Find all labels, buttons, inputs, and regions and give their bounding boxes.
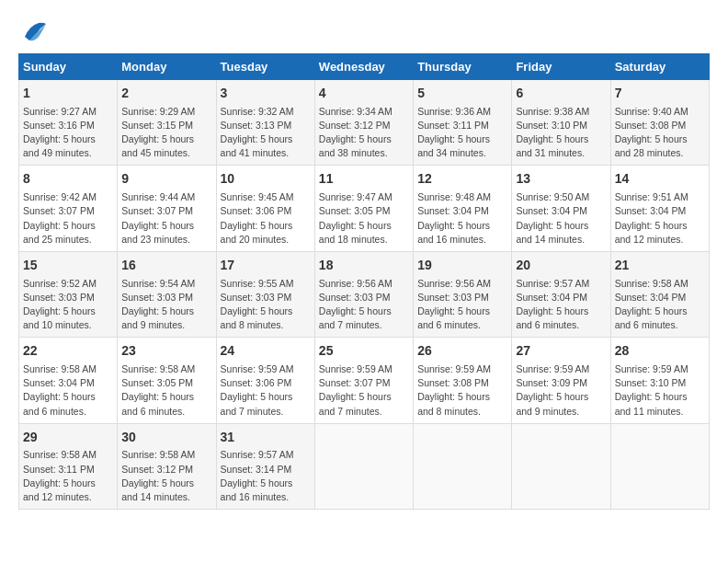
weekday-header-row: SundayMondayTuesdayWednesdayThursdayFrid… bbox=[19, 54, 710, 80]
day-info: Sunrise: 9:59 AMSunset: 3:08 PMDaylight:… bbox=[417, 362, 507, 419]
day-info: Sunrise: 9:45 AMSunset: 3:06 PMDaylight:… bbox=[221, 190, 311, 247]
calendar-cell: 17Sunrise: 9:55 AMSunset: 3:03 PMDayligh… bbox=[216, 251, 314, 337]
day-number: 5 bbox=[417, 85, 507, 103]
day-number: 13 bbox=[516, 170, 606, 189]
day-info: Sunrise: 9:34 AMSunset: 3:12 PMDaylight:… bbox=[319, 105, 409, 161]
calendar-cell: 23Sunrise: 9:58 AMSunset: 3:05 PMDayligh… bbox=[118, 338, 216, 423]
day-number: 1 bbox=[23, 85, 113, 103]
day-number: 30 bbox=[121, 429, 211, 447]
day-info: Sunrise: 9:56 AMSunset: 3:03 PMDaylight:… bbox=[417, 277, 507, 333]
day-number: 23 bbox=[121, 342, 211, 361]
calendar-cell: 11Sunrise: 9:47 AMSunset: 3:05 PMDayligh… bbox=[314, 166, 413, 251]
calendar-table: SundayMondayTuesdayWednesdayThursdayFrid… bbox=[18, 53, 710, 510]
day-number: 2 bbox=[121, 85, 211, 103]
calendar-cell: 21Sunrise: 9:58 AMSunset: 3:04 PMDayligh… bbox=[610, 251, 709, 337]
calendar-cell: 8Sunrise: 9:42 AMSunset: 3:07 PMDaylight… bbox=[19, 166, 118, 251]
day-number: 11 bbox=[319, 170, 409, 189]
day-info: Sunrise: 9:38 AMSunset: 3:10 PMDaylight:… bbox=[516, 105, 606, 161]
day-info: Sunrise: 9:40 AMSunset: 3:08 PMDaylight:… bbox=[615, 105, 705, 161]
day-info: Sunrise: 9:54 AMSunset: 3:03 PMDaylight:… bbox=[121, 277, 211, 333]
day-info: Sunrise: 9:50 AMSunset: 3:04 PMDaylight:… bbox=[516, 190, 606, 247]
day-info: Sunrise: 9:36 AMSunset: 3:11 PMDaylight:… bbox=[417, 105, 507, 161]
day-number: 7 bbox=[615, 85, 705, 103]
page-header bbox=[18, 18, 710, 44]
day-number: 18 bbox=[319, 257, 409, 275]
day-number: 28 bbox=[615, 342, 705, 361]
day-info: Sunrise: 9:51 AMSunset: 3:04 PMDaylight:… bbox=[615, 190, 705, 247]
calendar-cell: 31Sunrise: 9:57 AMSunset: 3:14 PMDayligh… bbox=[216, 423, 314, 509]
day-info: Sunrise: 9:58 AMSunset: 3:05 PMDaylight:… bbox=[121, 362, 211, 419]
day-number: 12 bbox=[417, 170, 507, 189]
weekday-header: Thursday bbox=[414, 54, 512, 80]
calendar-cell: 27Sunrise: 9:59 AMSunset: 3:09 PMDayligh… bbox=[512, 338, 610, 423]
day-number: 9 bbox=[121, 170, 211, 189]
day-info: Sunrise: 9:59 AMSunset: 3:10 PMDaylight:… bbox=[615, 362, 705, 419]
day-number: 8 bbox=[23, 170, 113, 189]
calendar-cell: 24Sunrise: 9:59 AMSunset: 3:06 PMDayligh… bbox=[216, 338, 314, 423]
day-info: Sunrise: 9:42 AMSunset: 3:07 PMDaylight:… bbox=[23, 190, 113, 247]
calendar-cell: 25Sunrise: 9:59 AMSunset: 3:07 PMDayligh… bbox=[314, 338, 413, 423]
day-number: 27 bbox=[516, 342, 606, 361]
calendar-cell: 7Sunrise: 9:40 AMSunset: 3:08 PMDaylight… bbox=[610, 80, 709, 166]
day-info: Sunrise: 9:59 AMSunset: 3:09 PMDaylight:… bbox=[516, 362, 606, 419]
calendar-cell: 6Sunrise: 9:38 AMSunset: 3:10 PMDaylight… bbox=[512, 80, 610, 166]
day-info: Sunrise: 9:29 AMSunset: 3:15 PMDaylight:… bbox=[121, 105, 211, 161]
day-info: Sunrise: 9:47 AMSunset: 3:05 PMDaylight:… bbox=[319, 190, 409, 247]
day-info: Sunrise: 9:32 AMSunset: 3:13 PMDaylight:… bbox=[221, 105, 311, 161]
calendar-cell bbox=[610, 423, 709, 509]
calendar-cell: 22Sunrise: 9:58 AMSunset: 3:04 PMDayligh… bbox=[19, 338, 118, 423]
calendar-cell: 12Sunrise: 9:48 AMSunset: 3:04 PMDayligh… bbox=[414, 166, 512, 251]
calendar-cell: 20Sunrise: 9:57 AMSunset: 3:04 PMDayligh… bbox=[512, 251, 610, 337]
day-number: 26 bbox=[417, 342, 507, 361]
day-info: Sunrise: 9:52 AMSunset: 3:03 PMDaylight:… bbox=[23, 277, 113, 333]
day-number: 31 bbox=[221, 429, 311, 447]
calendar-cell: 1Sunrise: 9:27 AMSunset: 3:16 PMDaylight… bbox=[19, 80, 118, 166]
day-info: Sunrise: 9:57 AMSunset: 3:14 PMDaylight:… bbox=[221, 448, 311, 504]
day-number: 24 bbox=[221, 342, 311, 361]
day-info: Sunrise: 9:56 AMSunset: 3:03 PMDaylight:… bbox=[319, 277, 409, 333]
day-info: Sunrise: 9:58 AMSunset: 3:11 PMDaylight:… bbox=[23, 448, 113, 504]
day-info: Sunrise: 9:58 AMSunset: 3:04 PMDaylight:… bbox=[615, 277, 705, 333]
day-number: 15 bbox=[23, 257, 113, 275]
day-number: 29 bbox=[23, 429, 113, 447]
weekday-header: Friday bbox=[512, 54, 610, 80]
weekday-header: Tuesday bbox=[216, 54, 314, 80]
day-info: Sunrise: 9:57 AMSunset: 3:04 PMDaylight:… bbox=[516, 277, 606, 333]
calendar-cell: 14Sunrise: 9:51 AMSunset: 3:04 PMDayligh… bbox=[610, 166, 709, 251]
day-number: 4 bbox=[319, 85, 409, 103]
weekday-header: Sunday bbox=[19, 54, 118, 80]
calendar-week-row: 8Sunrise: 9:42 AMSunset: 3:07 PMDaylight… bbox=[19, 166, 710, 251]
day-info: Sunrise: 9:55 AMSunset: 3:03 PMDaylight:… bbox=[221, 277, 311, 333]
day-info: Sunrise: 9:58 AMSunset: 3:04 PMDaylight:… bbox=[23, 362, 113, 419]
calendar-week-row: 22Sunrise: 9:58 AMSunset: 3:04 PMDayligh… bbox=[19, 338, 710, 423]
logo bbox=[18, 18, 48, 44]
logo-bird-icon bbox=[20, 18, 48, 44]
day-number: 19 bbox=[417, 257, 507, 275]
day-number: 10 bbox=[221, 170, 311, 189]
calendar-cell: 4Sunrise: 9:34 AMSunset: 3:12 PMDaylight… bbox=[314, 80, 413, 166]
day-info: Sunrise: 9:59 AMSunset: 3:06 PMDaylight:… bbox=[221, 362, 311, 419]
day-number: 14 bbox=[615, 170, 705, 189]
calendar-week-row: 1Sunrise: 9:27 AMSunset: 3:16 PMDaylight… bbox=[19, 80, 710, 166]
weekday-header: Saturday bbox=[610, 54, 709, 80]
day-number: 21 bbox=[615, 257, 705, 275]
day-info: Sunrise: 9:44 AMSunset: 3:07 PMDaylight:… bbox=[121, 190, 211, 247]
weekday-header: Monday bbox=[118, 54, 216, 80]
calendar-cell: 29Sunrise: 9:58 AMSunset: 3:11 PMDayligh… bbox=[19, 423, 118, 509]
calendar-cell: 10Sunrise: 9:45 AMSunset: 3:06 PMDayligh… bbox=[216, 166, 314, 251]
day-number: 25 bbox=[319, 342, 409, 361]
calendar-cell bbox=[512, 423, 610, 509]
calendar-week-row: 29Sunrise: 9:58 AMSunset: 3:11 PMDayligh… bbox=[19, 423, 710, 509]
calendar-cell: 9Sunrise: 9:44 AMSunset: 3:07 PMDaylight… bbox=[118, 166, 216, 251]
day-info: Sunrise: 9:59 AMSunset: 3:07 PMDaylight:… bbox=[319, 362, 409, 419]
day-number: 22 bbox=[23, 342, 113, 361]
day-info: Sunrise: 9:27 AMSunset: 3:16 PMDaylight:… bbox=[23, 105, 113, 161]
day-number: 17 bbox=[221, 257, 311, 275]
calendar-cell bbox=[314, 423, 413, 509]
calendar-cell: 15Sunrise: 9:52 AMSunset: 3:03 PMDayligh… bbox=[19, 251, 118, 337]
calendar-cell: 19Sunrise: 9:56 AMSunset: 3:03 PMDayligh… bbox=[414, 251, 512, 337]
calendar-cell: 5Sunrise: 9:36 AMSunset: 3:11 PMDaylight… bbox=[414, 80, 512, 166]
day-info: Sunrise: 9:48 AMSunset: 3:04 PMDaylight:… bbox=[417, 190, 507, 247]
calendar-cell: 16Sunrise: 9:54 AMSunset: 3:03 PMDayligh… bbox=[118, 251, 216, 337]
calendar-cell: 2Sunrise: 9:29 AMSunset: 3:15 PMDaylight… bbox=[118, 80, 216, 166]
